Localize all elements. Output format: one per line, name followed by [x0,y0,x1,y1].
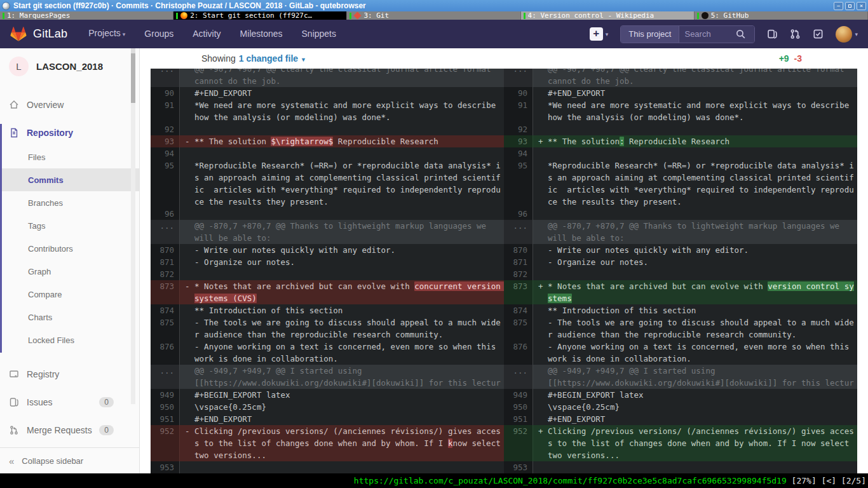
new-code: - Organize our notes. [533,256,857,268]
new-line-number[interactable]: 93 [504,135,533,147]
new-line-number[interactable]: 875 [504,316,533,341]
new-line-number[interactable]: 876 [504,341,533,365]
old-code [180,147,504,159]
new-line-number[interactable]: 94 [504,147,533,159]
diff-hunk-row: ...@@ -870,7 +870,7 @@ Thanks to lightwe… [151,220,857,244]
new-line-number[interactable]: 92 [504,123,533,135]
sidebar-item-locked-files[interactable]: Locked Files [2,329,139,351]
navbar-link-snippets[interactable]: Snippets [292,20,346,48]
diff-row-872: 872872 [151,268,857,280]
sidebar-item-overview[interactable]: Overview [0,96,139,114]
old-line-number[interactable]: 876 [151,341,180,365]
old-line-number[interactable]: 952 [151,425,180,461]
new-code: + * Notes that are archived but can evol… [533,280,857,304]
diff-row-871: 871 - Organize our notes.871 - Organize … [151,256,857,268]
sidebar-scrollbar-thumb[interactable] [131,53,135,103]
new-line-number[interactable]: 870 [504,244,533,256]
browser-tab[interactable]: 5: GitHub [695,11,868,20]
new-code: @@ -90,7 +90,7 @@ Clearly the classical … [533,69,857,87]
old-line-number[interactable]: 875 [151,316,180,341]
new-line-number[interactable]: 873 [504,280,533,304]
sidebar-item-charts[interactable]: Charts [2,306,139,329]
navbar-link-activity[interactable]: Activity [183,20,230,48]
project-header[interactable]: L LASCON_2018 [0,48,139,84]
chevron-down-icon: ▾ [606,31,609,37]
new-code: - Anyone working on a text is concerned,… [533,341,857,365]
browser-tab[interactable]: 4: Version control - Wikipedia [521,11,695,20]
sidebar-item-registry[interactable]: Registry [0,365,139,383]
old-line-number[interactable]: 951 [151,413,180,425]
new-line-number[interactable]: 951 [504,413,533,425]
window-titlebar: Start git section (ff927c0b) · Commits ·… [0,0,868,11]
new-line-number[interactable]: 874 [504,304,533,316]
new-line-number[interactable]: 952 [504,425,533,461]
new-line-number: ... [504,69,533,87]
close-button[interactable]: × [857,2,866,10]
sidebar-item-merge-requests[interactable]: Merge Requests0 [0,421,139,439]
search-icon [735,29,746,39]
collapse-sidebar-button[interactable]: « Collapse sidebar [0,447,139,473]
search-field [679,26,754,43]
additions-count: +9 [779,53,789,64]
sidebar-scrollbar-up-arrow[interactable] [131,48,135,53]
sidebar-item-contributors[interactable]: Contributors [2,237,139,260]
sidebar-item-branches[interactable]: Branches [2,191,139,214]
sidebar-item-issues[interactable]: Issues0 [0,393,139,411]
old-line-number[interactable]: 874 [151,304,180,316]
user-menu[interactable]: ▾ [836,26,858,43]
collapse-label: Collapse sidebar [22,456,83,466]
new-line-number[interactable]: 950 [504,401,533,413]
sidebar-item-graph[interactable]: Graph [2,260,139,283]
new-code: + ** The solution: Reproducible Research [533,135,857,147]
new-code [533,268,857,280]
home-icon [9,100,19,110]
old-line-number[interactable]: 870 [151,244,180,256]
old-line-number[interactable]: 92 [151,123,180,135]
old-line-number[interactable]: 953 [151,461,180,473]
new-line-number[interactable]: 871 [504,256,533,268]
navbar-link-projects[interactable]: Projects▾ [79,19,135,49]
navbar-link-groups[interactable]: Groups [135,20,183,48]
old-line-number[interactable]: 950 [151,401,180,413]
new-menu-button[interactable]: + ▾ [590,27,609,41]
changed-files-dropdown[interactable]: 1 changed file ▼ [239,53,306,64]
diff-hunk-row: ...@@ -90,7 +90,7 @@ Clearly the classic… [151,69,857,87]
old-line-number[interactable]: 93 [151,135,180,147]
merge-request-icon [9,425,19,435]
maximize-button[interactable] [845,2,855,10]
new-line-number[interactable]: 872 [504,268,533,280]
new-line-number[interactable]: 90 [504,87,533,99]
diff-row-96: 9696 [151,208,857,220]
old-line-number[interactable]: 949 [151,389,180,401]
new-line-number[interactable]: 96 [504,208,533,220]
old-line-number[interactable]: 873 [151,280,180,304]
new-line-number[interactable]: 95 [504,159,533,208]
issues-dashboard-icon[interactable] [767,29,778,39]
browser-tab[interactable]: 3: Git [347,11,520,20]
old-line-number[interactable]: 95 [151,159,180,208]
todos-icon[interactable] [813,29,824,39]
old-line-number[interactable]: 90 [151,87,180,99]
diff-row-951: 951 #+END_EXPORT951 #+END_EXPORT [151,413,857,425]
old-code: #+END_EXPORT [180,87,504,99]
search-input[interactable] [684,29,735,39]
new-line-number[interactable]: 91 [504,99,533,123]
new-line-number[interactable]: 953 [504,461,533,473]
sidebar-item-tags[interactable]: Tags [2,214,139,237]
browser-tab[interactable]: 2: Start git section (ff927c… [173,11,347,20]
gitlab-home-link[interactable]: GitLab [10,27,67,42]
sidebar-item-files[interactable]: Files [2,146,139,168]
new-line-number[interactable]: 949 [504,389,533,401]
old-line-number[interactable]: 91 [151,99,180,123]
old-line-number[interactable]: 871 [151,256,180,268]
old-line-number[interactable]: 872 [151,268,180,280]
minimize-button[interactable]: − [834,2,843,10]
old-line-number[interactable]: 94 [151,147,180,159]
navbar-link-milestones[interactable]: Milestones [231,20,292,48]
sidebar-item-commits[interactable]: Commits [2,168,139,191]
collapse-chevrons-icon: « [9,456,14,466]
sidebar-item-repository[interactable]: Repository [2,124,139,142]
old-line-number[interactable]: 96 [151,208,180,220]
sidebar-item-compare[interactable]: Compare [2,283,139,306]
merge-requests-icon[interactable] [790,29,801,39]
